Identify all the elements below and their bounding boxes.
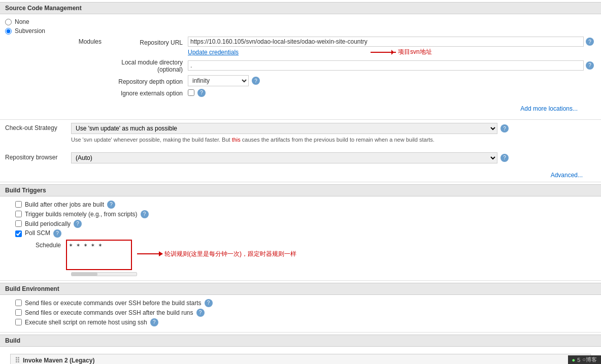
status-count: 5: [577, 357, 580, 363]
trigger-checkbox-0[interactable]: [15, 201, 22, 208]
build-title: Build: [5, 337, 20, 344]
invoke-maven-subsection: ⠿ Invoke Maven 2 (Legacy) ? Maven Versio…: [10, 354, 591, 365]
build-env-help-2[interactable]: ?: [150, 318, 158, 326]
subversion-label: Subversion: [15, 27, 45, 35]
repo-browser-label: Repository browser: [5, 152, 71, 161]
repo-url-help-icon[interactable]: ?: [586, 38, 594, 46]
trigger-help-2[interactable]: ?: [74, 220, 82, 228]
repo-depth-select[interactable]: infinity empty files immediates: [188, 75, 249, 86]
build-triggers-title: Build Triggers: [5, 187, 46, 194]
invoke-maven-title: Invoke Maven 2 (Legacy): [23, 357, 94, 364]
build-content: ⠿ Invoke Maven 2 (Legacy) ? Maven Versio…: [0, 347, 601, 365]
none-label: None: [15, 18, 29, 25]
scm-section-header: Source Code Management: [0, 2, 601, 14]
trigger-help-0[interactable]: ?: [107, 201, 115, 209]
repo-browser-row: Repository browser (Auto) ?: [0, 150, 601, 166]
build-env-item-2: Execute shell script on remote host usin…: [5, 318, 596, 326]
build-env-checkbox-0[interactable]: [15, 300, 22, 306]
build-env-checkbox-2[interactable]: [15, 319, 22, 325]
local-module-input[interactable]: [188, 60, 584, 71]
trigger-help-1[interactable]: ?: [141, 210, 149, 218]
schedule-textarea[interactable]: [66, 240, 132, 270]
schedule-scrollbar[interactable]: [71, 272, 137, 276]
build-env-help-1[interactable]: ?: [196, 309, 205, 317]
advanced-button[interactable]: Advanced...: [548, 171, 586, 180]
trigger-item-0: Build after other jobs are built ?: [5, 201, 596, 209]
schedule-annotation: 轮训规则(这里是每分钟一次)，跟定时器规则一样: [137, 250, 296, 258]
build-env-label-0: Send files or execute commands over SSH …: [25, 300, 202, 307]
modules-row: Modules Repository URL ? Update credenti…: [5, 37, 596, 99]
repo-url-label: Repository URL: [107, 38, 188, 46]
checkout-strategy-area: Use 'svn update' as much as possible Alw…: [71, 123, 596, 144]
build-env-item-1: Send files or execute commands over SSH …: [5, 309, 596, 317]
repo-depth-label: Repository depth option: [107, 77, 188, 85]
trigger-item-2: Build periodically ?: [5, 220, 596, 228]
advanced-row: Advanced...: [0, 169, 601, 182]
checkout-strategy-label: Check-out Strategy: [5, 123, 71, 131]
checkout-desc: Use 'svn update' whenever possible, maki…: [71, 136, 596, 144]
build-env-label-2: Execute shell script on remote host usin…: [25, 319, 147, 326]
build-env-content: Send files or execute commands over SSH …: [0, 295, 601, 332]
trigger-label-2: Build periodically: [25, 220, 71, 227]
trigger-label-1: Trigger builds remotely (e.g., from scri…: [25, 211, 138, 218]
repo-browser-area: (Auto) ?: [71, 152, 596, 163]
invoke-maven-header: ⠿ Invoke Maven 2 (Legacy) ?: [11, 354, 590, 365]
subversion-radio[interactable]: [5, 28, 12, 35]
build-env-header: Build Environment: [0, 283, 601, 295]
scm-title: Source Code Management: [5, 5, 82, 12]
ignore-externals-label: Ignore externals option: [107, 88, 188, 97]
trigger-checkbox-3[interactable]: [15, 230, 22, 237]
add-more-row: Add more locations...: [5, 102, 596, 115]
local-module-label: Local module directory (optional): [107, 57, 188, 73]
build-env-item-0: Send files or execute commands over SSH …: [5, 299, 596, 307]
build-section-header: Build: [0, 335, 601, 347]
drag-handle-icon: ⠿: [15, 356, 20, 365]
checkout-help-icon[interactable]: ?: [500, 124, 509, 133]
ignore-externals-help-icon[interactable]: ?: [197, 89, 206, 97]
schedule-row: Schedule 轮训规则(这里是每分钟一次)，跟定时器规则一样: [5, 240, 596, 270]
svn-annotation: 项目svn地址: [398, 48, 432, 56]
trigger-checkbox-2[interactable]: [15, 220, 22, 227]
repo-browser-help-icon[interactable]: ?: [500, 154, 509, 162]
schedule-label: Schedule: [5, 240, 66, 249]
add-more-button[interactable]: Add more locations...: [517, 104, 581, 113]
build-env-help-0[interactable]: ?: [205, 299, 213, 307]
modules-label: Modules: [5, 37, 107, 45]
status-bar: ● 5 ○博客: [568, 355, 601, 364]
modules-area: Repository URL ? Update credentials: [107, 37, 596, 99]
build-triggers-header: Build Triggers: [0, 184, 601, 196]
schedule-annotation-text: 轮训规则(这里是每分钟一次)，跟定时器规则一样: [164, 250, 296, 258]
trigger-item-3: Poll SCM ?: [5, 229, 596, 238]
local-module-help-icon[interactable]: ?: [586, 61, 594, 70]
status-circle: ●: [572, 357, 576, 363]
repo-url-input[interactable]: [188, 37, 584, 47]
trigger-checkbox-1[interactable]: [15, 211, 22, 217]
ignore-externals-checkbox[interactable]: [188, 89, 194, 96]
trigger-label-0: Build after other jobs are built: [25, 201, 104, 208]
update-credentials-link[interactable]: Update credentials: [188, 49, 239, 56]
repo-browser-select[interactable]: (Auto): [71, 152, 497, 163]
checkout-row: Check-out Strategy Use 'svn update' as m…: [0, 120, 601, 147]
checkout-this-link[interactable]: this: [232, 137, 241, 143]
repo-depth-help-icon[interactable]: ?: [252, 77, 260, 85]
checkout-strategy-select[interactable]: Use 'svn update' as much as possible Alw…: [71, 123, 497, 134]
build-env-title: Build Environment: [5, 285, 59, 292]
none-radio[interactable]: [5, 19, 12, 25]
build-triggers-content: Build after other jobs are built ? Trigg…: [0, 196, 601, 280]
trigger-help-3[interactable]: ?: [53, 229, 61, 238]
trigger-item-1: Trigger builds remotely (e.g., from scri…: [5, 210, 596, 218]
build-env-label-1: Send files or execute commands over SSH …: [25, 309, 193, 316]
trigger-label-3: Poll SCM: [25, 229, 50, 237]
status-text: ○博客: [582, 356, 597, 363]
none-radio-item: None: [5, 18, 596, 25]
subversion-radio-item: Subversion: [5, 27, 596, 35]
build-env-checkbox-1[interactable]: [15, 309, 22, 316]
